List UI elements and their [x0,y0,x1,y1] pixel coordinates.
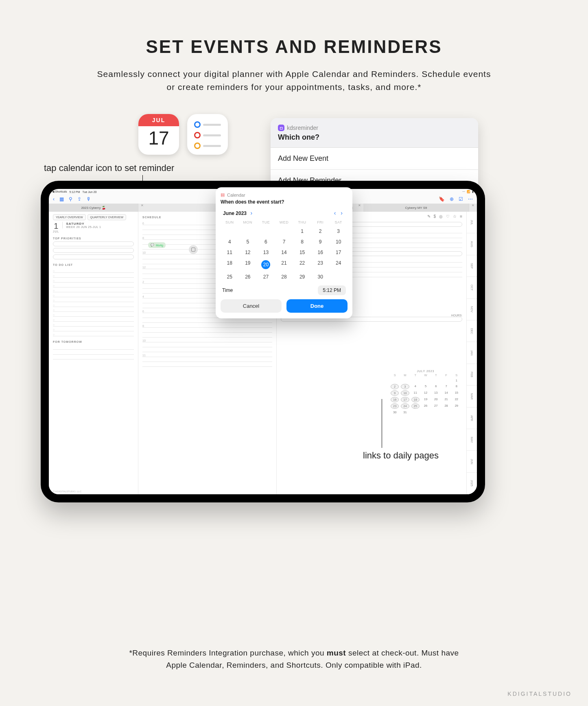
minical-day[interactable]: 20 [432,397,440,402]
minical-day[interactable]: 25 [411,403,420,409]
popover-day[interactable]: 11 [221,250,239,255]
popover-day[interactable]: 1 [293,228,311,234]
target-icon[interactable]: ◎ [439,214,443,219]
minical-day[interactable]: 19 [422,397,430,402]
minical-day[interactable]: 15 [452,390,461,396]
todo-line[interactable] [53,283,134,287]
edit-icon[interactable]: ☑ [459,196,463,202]
minical-day[interactable]: 14 [442,390,450,396]
schedule-half-line[interactable] [142,328,272,333]
schedule-half-line[interactable] [142,347,272,352]
month-tab-mar[interactable]: MAR [467,386,477,407]
minical-day[interactable]: 1 [452,378,461,383]
star-icon[interactable]: ☆ [453,214,457,219]
month-tab-apr[interactable]: APR [467,408,477,429]
heart-icon[interactable]: ♡ [446,214,450,219]
priority-slot[interactable] [53,254,134,259]
popover-day[interactable]: 20 [261,260,270,269]
minical-day[interactable]: 9 [391,390,399,396]
tab-close-right[interactable]: ✕ [469,204,477,212]
minical-day[interactable]: 21 [442,397,450,402]
schedule-calendar-button[interactable] [189,245,198,254]
shortcut-option-add-event[interactable]: Add New Event [271,148,478,170]
todo-line[interactable] [53,312,134,317]
minical-day[interactable]: 27 [432,403,440,409]
tab-close-left[interactable]: ✕ [138,204,146,212]
dollar-icon[interactable]: $ [434,214,436,219]
minical-day[interactable]: 8 [452,384,461,389]
month-tab-jul[interactable]: JUL [467,212,477,233]
minical-day[interactable]: 29 [452,403,461,409]
popover-month[interactable]: June 2023 [223,210,247,216]
minical-day[interactable]: 5 [422,384,430,389]
schedule-half-line[interactable] [142,342,272,347]
month-tab-jan[interactable]: JAN [467,342,477,364]
minical-day[interactable]: 26 [422,403,430,409]
quarterly-overview-tab[interactable]: QUARTERLY OVERVIEW [87,214,127,220]
status-back[interactable]: ◀ Shortcuts [52,190,67,193]
popover-day[interactable]: 10 [329,239,348,245]
todo-line[interactable] [53,273,134,278]
popover-day[interactable]: 14 [275,250,293,255]
popover-day[interactable]: 15 [293,250,311,255]
dot-grid-area[interactable]: JULY 2023 SMTWTFS12345678910111213141516… [281,325,462,406]
share-icon[interactable]: ⇪ [77,196,81,202]
minical-day[interactable]: 28 [442,403,450,409]
add-page-icon[interactable]: ⊕ [450,196,454,202]
popover-day[interactable]: 28 [275,274,293,280]
popover-day[interactable]: 19 [239,260,257,269]
schedule-hour-line[interactable]: 10 [142,338,272,342]
month-tab-dec[interactable]: DEC [467,320,477,342]
tab-right[interactable]: Cyberry MY S9 [363,204,469,212]
popover-day[interactable]: 27 [257,274,275,280]
schedule-half-line[interactable] [142,318,272,323]
popover-day[interactable]: 13 [257,250,275,255]
yearly-overview-tab[interactable]: YEARLY OVERVIEW [53,214,86,220]
priority-slot[interactable] [53,241,134,246]
schedule-half-line[interactable] [142,362,272,367]
todo-line[interactable] [53,297,134,302]
chevron-right-small-icon[interactable]: › [248,210,255,216]
popover-day[interactable]: 24 [329,260,348,269]
todo-line[interactable] [53,331,134,336]
popover-day[interactable]: 26 [239,274,257,280]
more-icon[interactable]: ⋯ [468,196,473,202]
todo-line[interactable] [53,287,134,292]
priority-slot[interactable] [53,248,134,253]
todo-line[interactable] [53,302,134,307]
todo-line[interactable] [53,307,134,312]
cancel-button[interactable]: Cancel [221,299,282,313]
minical-day[interactable]: 23 [391,403,399,409]
popover-day[interactable]: 22 [293,260,311,269]
tab-left[interactable]: 2023 Cyberry 🍒 [49,204,138,212]
grid-icon[interactable]: ▦ [59,196,64,202]
pencil-icon[interactable]: ✎ [427,214,431,219]
done-button[interactable]: Done [286,299,348,313]
minical-day[interactable]: 17 [401,397,409,402]
schedule-half-line[interactable] [142,357,272,362]
search-icon[interactable]: ⚲ [69,196,72,202]
minical-day[interactable]: 7 [442,384,450,389]
month-tab-aug[interactable]: AUG [467,233,477,255]
tomorrow-line[interactable] [53,355,134,360]
todo-line[interactable] [53,327,134,331]
popover-day[interactable]: 5 [239,239,257,245]
minical-day[interactable]: 24 [401,403,409,409]
minical-day[interactable]: 12 [422,390,430,396]
popover-day[interactable]: 6 [257,239,275,245]
month-tab-may[interactable]: MAY [467,429,477,451]
month-tab-nov[interactable]: NOV [467,299,477,320]
minical-day[interactable]: 13 [432,390,440,396]
popover-day[interactable]: 8 [293,239,311,245]
popover-day[interactable]: 2 [311,228,330,234]
minical-day[interactable]: 3 [401,384,409,389]
schedule-hour-line[interactable]: 11 [142,352,272,357]
bookmark-icon[interactable]: 🔖 [439,196,445,202]
minical-day[interactable]: 22 [452,397,461,402]
schedule-event-chip[interactable]: 💬 Mortg [148,242,166,248]
minical-day[interactable]: 18 [411,397,420,402]
tab-close-mid[interactable]: ✕ [356,204,363,212]
popover-day[interactable]: 9 [311,239,330,245]
popover-day[interactable]: 23 [311,260,330,269]
prev-month-button[interactable]: ‹ [332,210,339,216]
